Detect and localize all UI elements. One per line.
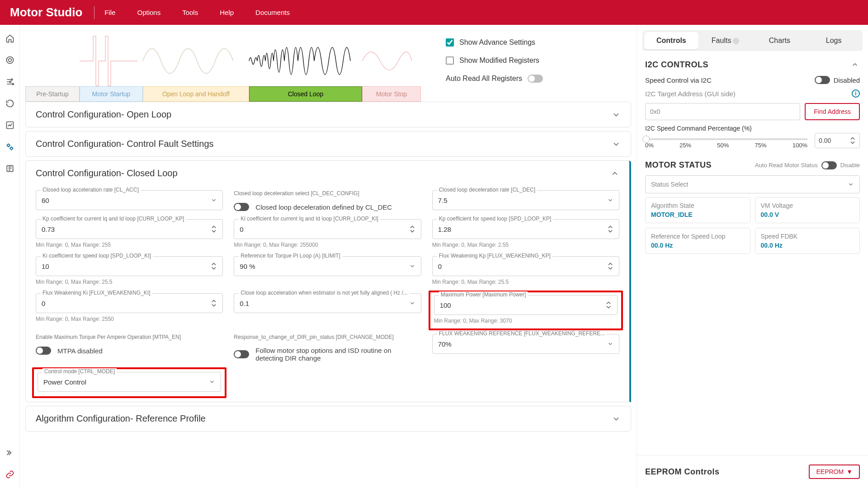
spinner-icon[interactable] [607, 225, 613, 234]
stage-closed-loop[interactable]: Closed Loop [249, 86, 362, 102]
fw-kp-hint: Min Range: 0, Max Range: 25.5 [432, 279, 619, 285]
svg-point-4 [12, 83, 14, 84]
target-icon[interactable] [5, 56, 14, 65]
rotate-icon[interactable] [5, 99, 14, 108]
mtpa-toggle[interactable] [36, 347, 51, 355]
ref-value: 00.0 Hz [651, 242, 745, 249]
chevron-up-icon[interactable] [851, 61, 860, 70]
menu-help[interactable]: Help [220, 9, 234, 16]
expand-icon[interactable] [5, 448, 14, 457]
stage-motor-stop[interactable]: Motor Stop [362, 86, 421, 102]
spinner-icon[interactable] [607, 262, 613, 271]
dir-chg-toggle[interactable] [234, 350, 249, 358]
menu-options[interactable]: Options [137, 9, 160, 16]
kp-curr-input[interactable]: Kp coefficient for current Iq and Id loo… [36, 219, 223, 239]
panel-closed-loop-title: Control Configuration- Closed Loop [36, 168, 178, 178]
slider-thumb-icon[interactable] [642, 136, 650, 143]
maxpower-highlight: Maximum Power [Maximum Power] 100 Min Ra… [429, 291, 623, 330]
main-content: Pre-Startup Motor Startup Open Loop and … [20, 25, 637, 488]
kp-spd-input[interactable]: Kp coefficient for speed loop [SPD_LOOP_… [432, 219, 619, 239]
panel-reference-profile-title: Algorithm Configuration- Reference Profi… [36, 413, 206, 424]
stage-open-loop[interactable]: Open Loop and Handoff [143, 86, 249, 102]
maxpower-value: 100 [440, 301, 605, 309]
fdbk-value: 00.0 Hz [761, 242, 854, 249]
fault-badge-icon [733, 38, 739, 44]
ctrlmode-highlight: Control mode [CTRL_MODE] Power Control [32, 367, 226, 398]
i2c-speed-toggle[interactable] [815, 76, 830, 84]
spinner-icon[interactable] [849, 136, 856, 145]
tab-controls[interactable]: Controls [644, 32, 698, 49]
i2c-pct-input[interactable]: 0.00 [815, 133, 860, 148]
fdbk-label: Speed FDBK [761, 233, 854, 240]
i2c-speed-slider[interactable] [645, 138, 807, 140]
chart-icon[interactable] [5, 121, 14, 130]
stage-pre-startup[interactable]: Pre-Startup [25, 86, 80, 102]
spinner-icon[interactable] [605, 300, 612, 310]
tab-charts[interactable]: Charts [753, 32, 807, 49]
spinner-icon[interactable] [409, 225, 415, 234]
fw-kp-input[interactable]: Flux Weakening Kp [FLUX_WEAKENING_KP] 0 [432, 256, 619, 276]
fw-ki-input[interactable]: Flux Weakening Ki [FLUX_WEAKENING_KI] 0 [36, 293, 223, 313]
status-select[interactable]: Status Select [645, 175, 860, 193]
ki-curr-input[interactable]: Ki coefficient for current Iq and Id loo… [234, 219, 421, 239]
ki-spd-value: 10 [42, 263, 211, 270]
cl-dec-cfg-toggle[interactable] [234, 203, 249, 211]
autoread-registers-toggle[interactable] [528, 75, 543, 83]
cl-acc-na-select[interactable]: Close loop acceleration when estimator i… [234, 293, 421, 313]
autoread-registers-label: Auto Read All Registers [446, 75, 522, 83]
i2c-target-input[interactable]: 0x0 [645, 103, 800, 120]
spinner-icon[interactable] [211, 299, 217, 308]
cl-dec-legend: Closed loop deceleration rate [CL_DEC] [437, 187, 537, 193]
menu-documents[interactable]: Documents [255, 9, 290, 16]
panel-fault-header[interactable]: Control Configuration- Control Fault Set… [26, 131, 631, 156]
chevron-down-icon [409, 299, 415, 308]
link-icon[interactable] [5, 470, 14, 479]
info-icon[interactable]: i [852, 89, 860, 98]
spinner-icon[interactable] [211, 262, 217, 271]
menu-file[interactable]: File [104, 9, 115, 16]
registers-icon[interactable] [5, 164, 14, 173]
panel-reference-profile: Algorithm Configuration- Reference Profi… [25, 406, 631, 432]
ki-curr-value: 0 [240, 225, 409, 233]
fw-ref-select[interactable]: FLUX WEAKENING REFERENCE [FLUX_WEAKENING… [432, 334, 619, 354]
spinner-icon[interactable] [211, 225, 217, 234]
panel-closed-loop-header[interactable]: Control Configuration- Closed Loop [26, 161, 629, 186]
sliders-icon[interactable] [5, 77, 14, 86]
panel-open-loop: Control Configuration- Open Loop [25, 102, 631, 127]
ilim-select[interactable]: Reference for Torque PI Loop (A) [ILIMIT… [234, 256, 421, 276]
tab-faults[interactable]: Faults [698, 32, 753, 49]
svg-point-2 [11, 79, 12, 80]
chevron-down-icon [612, 140, 621, 149]
card-algorithm-state: Algorithm State MOTOR_IDLE [645, 197, 750, 223]
menu-tools[interactable]: Tools [182, 9, 198, 16]
panel-open-loop-header[interactable]: Control Configuration- Open Loop [26, 102, 631, 127]
chevron-up-icon [610, 169, 619, 178]
tab-logs[interactable]: Logs [807, 32, 861, 49]
ki-spd-input[interactable]: Ki coefficient for speed loop [SPD_LOOP_… [36, 256, 223, 276]
stage-motor-startup[interactable]: Motor Startup [80, 86, 143, 102]
motor-autoread-toggle[interactable] [821, 161, 837, 169]
maxpower-input[interactable]: Maximum Power [Maximum Power] 100 [434, 295, 618, 315]
cl-dec-select[interactable]: Closed loop deceleration rate [CL_DEC] 7… [432, 190, 619, 210]
cl-acc-select[interactable]: Closed loop acceleration rate [CL_ACC] 6… [36, 190, 223, 210]
panel-fault-title: Control Configuration- Control Fault Set… [36, 139, 214, 149]
app-brand: Motor Studio [0, 5, 92, 19]
card-ref-speed-loop: Reference for Speed Loop 00.0 Hz [645, 228, 750, 254]
advance-settings-checkbox[interactable] [446, 38, 454, 47]
fw-kp-legend: Flux Weakening Kp [FLUX_WEAKENING_KP] [437, 253, 552, 259]
gears-icon[interactable] [5, 142, 14, 151]
motor-status-title: MOTOR STATUS [645, 160, 712, 170]
mtpa-legend: Enable Maximum Torque Per Ampere Operati… [36, 334, 223, 340]
chevron-down-icon [211, 196, 217, 205]
i2c-speed-label: Speed Control via I2C [645, 76, 712, 84]
eeprom-button[interactable]: EEPROM ▼ [809, 465, 860, 479]
maxpower-legend: Maximum Power [Maximum Power] [439, 291, 528, 298]
panel-reference-profile-header[interactable]: Algorithm Configuration- Reference Profi… [26, 406, 631, 431]
modified-registers-checkbox[interactable] [446, 56, 454, 65]
find-address-button[interactable]: Find Address [805, 103, 860, 120]
main-menu: File Options Tools Help Documents [96, 9, 290, 16]
home-icon[interactable] [5, 34, 14, 43]
eeprom-section: EEPROM Controls EEPROM ▼ [637, 455, 868, 488]
motor-autoread-label: Auto Read Motor Status [755, 162, 818, 169]
ctrlmode-select[interactable]: Control mode [CTRL_MODE] Power Control [38, 372, 221, 392]
